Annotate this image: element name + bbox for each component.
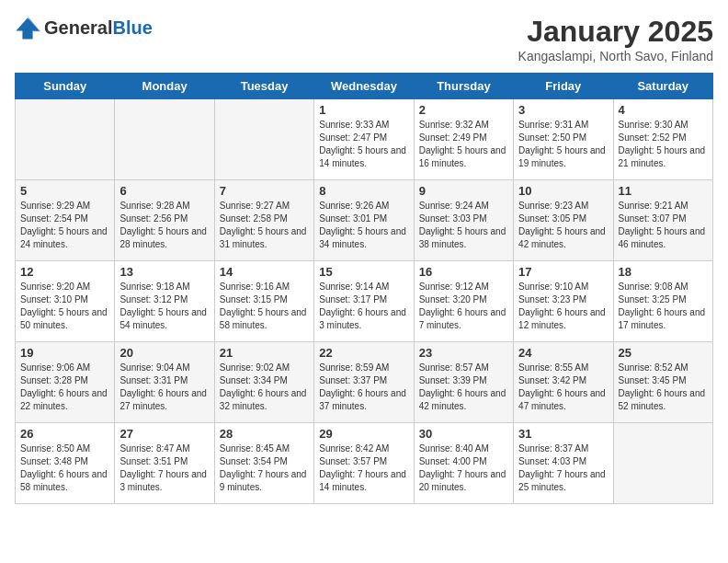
cell-info: Sunrise: 8:37 AMSunset: 4:03 PMDaylight:…	[518, 442, 608, 494]
calendar-cell: 23Sunrise: 8:57 AMSunset: 3:39 PMDayligh…	[414, 342, 513, 423]
calendar-cell: 9Sunrise: 9:24 AMSunset: 3:03 PMDaylight…	[414, 180, 513, 261]
weekday-header-row: SundayMondayTuesdayWednesdayThursdayFrid…	[16, 74, 713, 99]
cell-info: Sunrise: 8:52 AMSunset: 3:45 PMDaylight:…	[619, 362, 708, 413]
calendar-cell: 29Sunrise: 8:42 AMSunset: 3:57 PMDayligh…	[314, 423, 414, 504]
calendar-cell: 27Sunrise: 8:47 AMSunset: 3:51 PMDayligh…	[115, 423, 214, 504]
calendar-cell: 5Sunrise: 9:29 AMSunset: 2:54 PMDaylight…	[16, 180, 115, 261]
day-number: 14	[220, 265, 309, 279]
calendar-cell	[115, 99, 214, 180]
day-number: 30	[419, 427, 508, 441]
calendar-cell: 30Sunrise: 8:40 AMSunset: 4:00 PMDayligh…	[414, 423, 513, 504]
cell-info: Sunrise: 8:42 AMSunset: 3:57 PMDaylight:…	[319, 442, 408, 494]
weekday-header-sunday: Sunday	[16, 74, 115, 99]
cell-info: Sunrise: 9:08 AMSunset: 3:25 PMDaylight:…	[619, 281, 708, 332]
weekday-header-friday: Friday	[514, 74, 613, 99]
cell-info: Sunrise: 9:12 AMSunset: 3:20 PMDaylight:…	[419, 281, 508, 332]
day-number: 31	[518, 427, 608, 441]
cell-info: Sunrise: 9:06 AMSunset: 3:28 PMDaylight:…	[20, 362, 109, 413]
day-number: 1	[319, 103, 408, 117]
calendar-cell: 1Sunrise: 9:33 AMSunset: 2:47 PMDaylight…	[314, 99, 414, 180]
calendar-cell: 22Sunrise: 8:59 AMSunset: 3:37 PMDayligh…	[314, 342, 414, 423]
calendar-cell: 14Sunrise: 9:16 AMSunset: 3:15 PMDayligh…	[214, 261, 313, 342]
cell-info: Sunrise: 9:16 AMSunset: 3:15 PMDaylight:…	[220, 281, 309, 332]
day-number: 13	[119, 265, 209, 279]
calendar-cell: 4Sunrise: 9:30 AMSunset: 2:52 PMDaylight…	[613, 99, 712, 180]
calendar-cell: 18Sunrise: 9:08 AMSunset: 3:25 PMDayligh…	[613, 261, 712, 342]
calendar-subtitle: Kangaslampi, North Savo, Finland	[518, 49, 713, 63]
weekday-header-wednesday: Wednesday	[314, 74, 414, 99]
calendar-cell: 16Sunrise: 9:12 AMSunset: 3:20 PMDayligh…	[414, 261, 513, 342]
day-number: 15	[319, 265, 408, 279]
day-number: 23	[419, 346, 508, 360]
cell-info: Sunrise: 8:47 AMSunset: 3:51 PMDaylight:…	[119, 442, 209, 494]
calendar-cell: 21Sunrise: 9:02 AMSunset: 3:34 PMDayligh…	[214, 342, 313, 423]
week-row-2: 5Sunrise: 9:29 AMSunset: 2:54 PMDaylight…	[16, 180, 713, 261]
cell-info: Sunrise: 9:31 AMSunset: 2:50 PMDaylight:…	[518, 119, 608, 170]
calendar-cell: 17Sunrise: 9:10 AMSunset: 3:23 PMDayligh…	[514, 261, 613, 342]
cell-info: Sunrise: 9:29 AMSunset: 2:54 PMDaylight:…	[20, 200, 109, 251]
cell-info: Sunrise: 9:23 AMSunset: 3:05 PMDaylight:…	[518, 200, 608, 251]
cell-info: Sunrise: 8:57 AMSunset: 3:39 PMDaylight:…	[419, 362, 508, 413]
calendar-cell: 12Sunrise: 9:20 AMSunset: 3:10 PMDayligh…	[16, 261, 115, 342]
week-row-3: 12Sunrise: 9:20 AMSunset: 3:10 PMDayligh…	[16, 261, 713, 342]
day-number: 27	[119, 427, 209, 441]
calendar-cell: 31Sunrise: 8:37 AMSunset: 4:03 PMDayligh…	[514, 423, 613, 504]
day-number: 3	[518, 103, 608, 117]
day-number: 7	[220, 184, 309, 198]
cell-info: Sunrise: 9:32 AMSunset: 2:49 PMDaylight:…	[419, 119, 508, 170]
calendar-cell: 24Sunrise: 8:55 AMSunset: 3:42 PMDayligh…	[514, 342, 613, 423]
logo: GeneralBlue	[15, 15, 153, 40]
logo-general: General	[44, 17, 112, 38]
calendar-cell: 6Sunrise: 9:28 AMSunset: 2:56 PMDaylight…	[115, 180, 214, 261]
cell-info: Sunrise: 9:30 AMSunset: 2:52 PMDaylight:…	[619, 119, 708, 170]
logo-blue: Blue	[112, 17, 152, 38]
day-number: 17	[518, 265, 608, 279]
cell-info: Sunrise: 9:14 AMSunset: 3:17 PMDaylight:…	[319, 281, 408, 332]
page-header: GeneralBlue January 2025 Kangaslampi, No…	[15, 15, 713, 63]
weekday-header-tuesday: Tuesday	[214, 74, 313, 99]
calendar-cell: 8Sunrise: 9:26 AMSunset: 3:01 PMDaylight…	[314, 180, 414, 261]
calendar-title: January 2025	[518, 15, 713, 49]
cell-info: Sunrise: 8:59 AMSunset: 3:37 PMDaylight:…	[319, 362, 408, 413]
day-number: 2	[419, 103, 508, 117]
calendar-cell: 10Sunrise: 9:23 AMSunset: 3:05 PMDayligh…	[514, 180, 613, 261]
calendar-cell: 15Sunrise: 9:14 AMSunset: 3:17 PMDayligh…	[314, 261, 414, 342]
day-number: 8	[319, 184, 408, 198]
cell-info: Sunrise: 8:55 AMSunset: 3:42 PMDaylight:…	[518, 362, 608, 413]
cell-info: Sunrise: 9:26 AMSunset: 3:01 PMDaylight:…	[319, 200, 408, 251]
day-number: 18	[619, 265, 708, 279]
calendar-cell: 28Sunrise: 8:45 AMSunset: 3:54 PMDayligh…	[214, 423, 313, 504]
day-number: 19	[20, 346, 109, 360]
day-number: 12	[20, 265, 109, 279]
weekday-header-thursday: Thursday	[414, 74, 513, 99]
calendar-cell: 3Sunrise: 9:31 AMSunset: 2:50 PMDaylight…	[514, 99, 613, 180]
day-number: 9	[419, 184, 508, 198]
title-block: January 2025 Kangaslampi, North Savo, Fi…	[518, 15, 713, 63]
weekday-header-monday: Monday	[115, 74, 214, 99]
cell-info: Sunrise: 9:10 AMSunset: 3:23 PMDaylight:…	[518, 281, 608, 332]
calendar-cell	[214, 99, 313, 180]
week-row-1: 1Sunrise: 9:33 AMSunset: 2:47 PMDaylight…	[16, 99, 713, 180]
day-number: 29	[319, 427, 408, 441]
calendar-cell: 19Sunrise: 9:06 AMSunset: 3:28 PMDayligh…	[16, 342, 115, 423]
cell-info: Sunrise: 9:24 AMSunset: 3:03 PMDaylight:…	[419, 200, 508, 251]
day-number: 24	[518, 346, 608, 360]
day-number: 16	[419, 265, 508, 279]
day-number: 4	[619, 103, 708, 117]
day-number: 6	[119, 184, 209, 198]
calendar-cell: 25Sunrise: 8:52 AMSunset: 3:45 PMDayligh…	[613, 342, 712, 423]
day-number: 10	[518, 184, 608, 198]
cell-info: Sunrise: 8:50 AMSunset: 3:48 PMDaylight:…	[20, 442, 109, 494]
calendar-cell: 26Sunrise: 8:50 AMSunset: 3:48 PMDayligh…	[16, 423, 115, 504]
cell-info: Sunrise: 9:02 AMSunset: 3:34 PMDaylight:…	[220, 362, 309, 413]
calendar-cell: 7Sunrise: 9:27 AMSunset: 2:58 PMDaylight…	[214, 180, 313, 261]
day-number: 26	[20, 427, 109, 441]
cell-info: Sunrise: 9:18 AMSunset: 3:12 PMDaylight:…	[119, 281, 209, 332]
day-number: 22	[319, 346, 408, 360]
cell-info: Sunrise: 8:45 AMSunset: 3:54 PMDaylight:…	[220, 442, 309, 494]
logo-icon	[15, 15, 40, 40]
day-number: 21	[220, 346, 309, 360]
day-number: 11	[619, 184, 708, 198]
weekday-header-saturday: Saturday	[613, 74, 712, 99]
week-row-4: 19Sunrise: 9:06 AMSunset: 3:28 PMDayligh…	[16, 342, 713, 423]
